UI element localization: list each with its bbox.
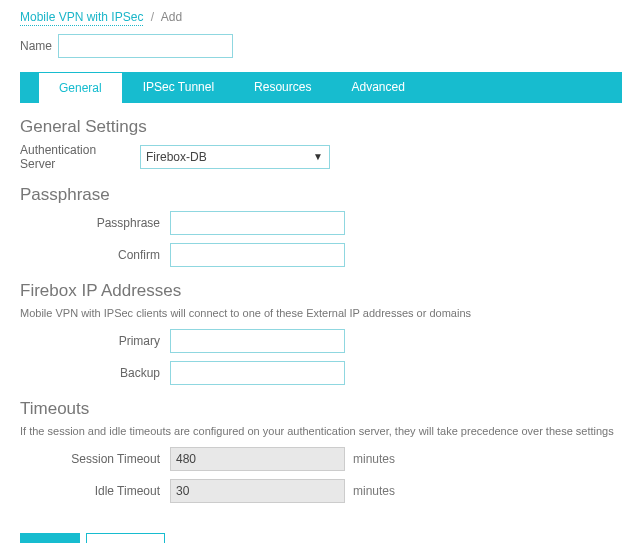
cancel-button[interactable]: CANCEL (86, 533, 164, 543)
passphrase-title: Passphrase (20, 185, 622, 205)
tab-filler (425, 72, 622, 103)
tab-resources[interactable]: Resources (234, 72, 331, 103)
tab-gap (20, 72, 38, 103)
session-timeout-unit: minutes (353, 452, 395, 466)
confirm-input[interactable] (170, 243, 345, 267)
breadcrumb-parent-link[interactable]: Mobile VPN with IPSec (20, 10, 143, 26)
timeouts-title: Timeouts (20, 399, 622, 419)
primary-input[interactable] (170, 329, 345, 353)
button-row: SAVE CANCEL (20, 533, 622, 543)
confirm-label: Confirm (20, 248, 170, 262)
backup-label: Backup (20, 366, 170, 380)
tab-advanced[interactable]: Advanced (331, 72, 424, 103)
breadcrumb-current: Add (161, 10, 182, 24)
passphrase-label: Passphrase (20, 216, 170, 230)
timeouts-desc: If the session and idle timeouts are con… (20, 425, 622, 437)
tabbar: General IPSec Tunnel Resources Advanced (20, 72, 622, 103)
auth-server-label: Authentication Server (20, 143, 140, 171)
primary-label: Primary (20, 334, 170, 348)
auth-server-select-wrap[interactable]: Firebox-DB ▼ (140, 145, 330, 169)
passphrase-input[interactable] (170, 211, 345, 235)
save-button[interactable]: SAVE (20, 533, 80, 543)
breadcrumb-separator: / (151, 10, 154, 24)
tab-ipsec-tunnel[interactable]: IPSec Tunnel (123, 72, 234, 103)
general-settings-title: General Settings (20, 117, 622, 137)
session-timeout-input[interactable] (170, 447, 345, 471)
backup-input[interactable] (170, 361, 345, 385)
session-timeout-label: Session Timeout (20, 452, 170, 466)
idle-timeout-label: Idle Timeout (20, 484, 170, 498)
firebox-ip-desc: Mobile VPN with IPSec clients will conne… (20, 307, 622, 319)
name-label: Name (20, 39, 58, 53)
tab-general[interactable]: General (38, 72, 123, 103)
breadcrumb: Mobile VPN with IPSec / Add (20, 10, 622, 24)
auth-server-select[interactable]: Firebox-DB (141, 146, 329, 168)
idle-timeout-unit: minutes (353, 484, 395, 498)
name-input[interactable] (58, 34, 233, 58)
firebox-ip-title: Firebox IP Addresses (20, 281, 622, 301)
idle-timeout-input[interactable] (170, 479, 345, 503)
